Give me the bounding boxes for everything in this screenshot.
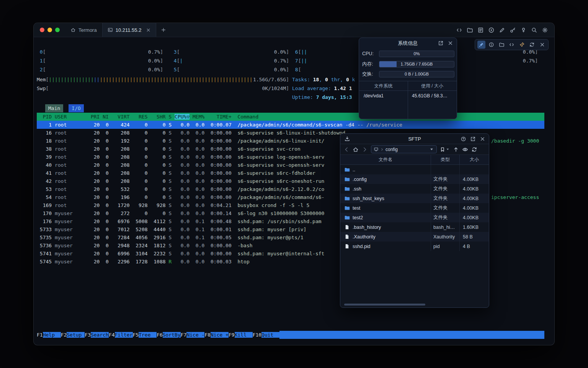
minimize-window-button[interactable]: [47, 28, 52, 32]
fkey-f9[interactable]: F9Kill: [229, 331, 253, 339]
tab-session[interactable]: 10.211.55.2: [102, 23, 157, 37]
info-button[interactable]: [487, 41, 495, 49]
column-header[interactable]: VIRT: [109, 114, 130, 120]
record-button[interactable]: [488, 27, 495, 33]
file-row[interactable]: test文件夹4.00KB: [340, 203, 489, 213]
sysinfo-close-button[interactable]: [448, 40, 453, 46]
folder-button[interactable]: [498, 41, 506, 49]
column-header[interactable]: PRI: [88, 114, 100, 120]
search-button[interactable]: [531, 27, 537, 33]
column-header[interactable]: SHR: [148, 114, 166, 120]
file-name-cell: ..: [340, 165, 431, 174]
column-header[interactable]: USER: [52, 114, 88, 120]
code-button[interactable]: [508, 41, 516, 49]
column-header-cpu[interactable]: CPU%▽: [175, 114, 189, 120]
fkey-f3[interactable]: F3Search: [85, 331, 109, 339]
fkey-f1[interactable]: F1Help: [37, 331, 61, 339]
fs-column-header[interactable]: 使用 / 大小: [408, 83, 457, 89]
sftp-popout-button[interactable]: [470, 136, 476, 142]
sftp-title: SFTP: [408, 136, 421, 142]
doc-icon: [477, 27, 484, 33]
column-header[interactable]: RES: [130, 114, 148, 120]
horizontal-scrollbar[interactable]: [340, 304, 489, 306]
process-table-header[interactable]: PID USER PRI NI VIRT RES SHR S CPU%▽ MEM…: [37, 113, 544, 121]
new-tab-button[interactable]: [156, 23, 171, 37]
edit-button[interactable]: [499, 27, 505, 33]
gear-button[interactable]: [542, 27, 548, 33]
file-row[interactable]: .ssh文件夹4.00KB: [340, 184, 489, 194]
column-header[interactable]: TIME+: [204, 114, 231, 120]
cpu-meter-column-2: 3[0.0%] 4[|0.7%] 5[0.0%]: [171, 48, 289, 74]
up-button[interactable]: [453, 146, 459, 153]
file-name-cell: test: [340, 203, 431, 213]
sysinfo-popout-button[interactable]: [438, 40, 444, 46]
file-row[interactable]: .config文件夹4.00KB: [340, 174, 489, 184]
folder-button[interactable]: [467, 27, 473, 33]
close-window-button[interactable]: [40, 28, 44, 32]
tab-close-icon[interactable]: [146, 28, 151, 33]
keyhole-button[interactable]: [520, 27, 527, 33]
show-hidden-button[interactable]: [462, 146, 468, 153]
filesystem-table: 文件系统 使用 / 大小 /dev/vda1 45.61GB / 58.3…: [359, 81, 457, 119]
file-size: 4.00KB: [460, 194, 489, 203]
file-column-header[interactable]: 类型: [431, 155, 460, 164]
htop-tab-main[interactable]: Main: [45, 104, 63, 112]
cpu-usage-bar: 0%: [379, 51, 454, 57]
file-icon: [344, 243, 350, 249]
htop-tab-io[interactable]: I/O: [69, 104, 83, 112]
fkey-f8[interactable]: F8Nice +: [204, 331, 229, 339]
file-row[interactable]: .XauthorityXauthority58 B: [340, 232, 489, 242]
file-row[interactable]: .bash_historybash_hi…1.60KB: [340, 222, 489, 232]
code-icon: [456, 27, 462, 33]
close-button[interactable]: [538, 41, 546, 49]
sftp-close-button[interactable]: [480, 136, 485, 142]
file-row[interactable]: ..: [340, 165, 489, 174]
file-row[interactable]: sshd.pidpid4 B: [340, 242, 489, 251]
memory-usage-bar: 1.75GB / 7.65GB: [379, 61, 454, 67]
fkey-f10[interactable]: F10Quit: [253, 331, 279, 339]
swap-label: 交换:: [362, 71, 379, 77]
doc-button[interactable]: [477, 27, 484, 33]
download-icon[interactable]: [344, 136, 350, 142]
code-button[interactable]: [456, 27, 462, 33]
bookmark-button[interactable]: [440, 147, 450, 152]
zoom-window-button[interactable]: [55, 28, 60, 32]
popout-icon: [470, 136, 476, 142]
path-bar[interactable]: config: [371, 145, 437, 153]
key-button[interactable]: [510, 27, 516, 33]
fkey-f4[interactable]: F4Filter: [109, 331, 133, 339]
folder-icon: [344, 196, 350, 201]
file-row[interactable]: test2文件夹4.00KB: [340, 213, 489, 222]
fkey-f5[interactable]: F5Tree: [133, 331, 157, 339]
eye-icon: [462, 146, 468, 153]
back-button[interactable]: [343, 146, 350, 153]
clean-button[interactable]: [518, 41, 526, 49]
column-divider: [408, 81, 408, 119]
home-button[interactable]: [353, 146, 359, 153]
forward-button[interactable]: [362, 146, 368, 153]
tab-termora[interactable]: Termora: [65, 23, 102, 37]
memory-label: 内存:: [362, 61, 379, 67]
sync-button[interactable]: [528, 41, 536, 49]
sftp-help-button[interactable]: [461, 136, 466, 142]
fkey-f6[interactable]: F6SortBy: [157, 331, 181, 339]
column-header[interactable]: PID: [37, 114, 52, 120]
folder-icon: [344, 167, 350, 172]
scrollbar-thumb[interactable]: [344, 304, 425, 306]
cpu-meter-column-1: 0[0.7%] 1[0.0%] 2[0.0%]: [37, 48, 163, 74]
file-column-header[interactable]: 大小: [460, 155, 489, 164]
refresh-button[interactable]: [471, 146, 477, 153]
file-row[interactable]: ssh_host_keys文件夹4.00KB: [340, 194, 489, 203]
file-column-header[interactable]: 文件名: [340, 155, 431, 164]
column-header[interactable]: NI: [100, 114, 108, 120]
process-row[interactable]: 1 root 20 0 424 0 0 S 0.0 0.0 0:00.07 /p…: [37, 121, 544, 129]
column-header[interactable]: Command: [232, 114, 258, 120]
pin-button[interactable]: [477, 41, 485, 49]
sysinfo-title: 系统信息: [398, 40, 418, 47]
fkey-f7[interactable]: F7Nice -: [181, 331, 205, 339]
fkey-f2[interactable]: F2Setup: [61, 331, 85, 339]
column-header[interactable]: S: [166, 114, 172, 120]
cpu-usage-row: CPU: 0%: [362, 50, 454, 57]
column-header[interactable]: MEM%: [189, 114, 204, 120]
fs-column-header[interactable]: 文件系统: [359, 83, 408, 89]
